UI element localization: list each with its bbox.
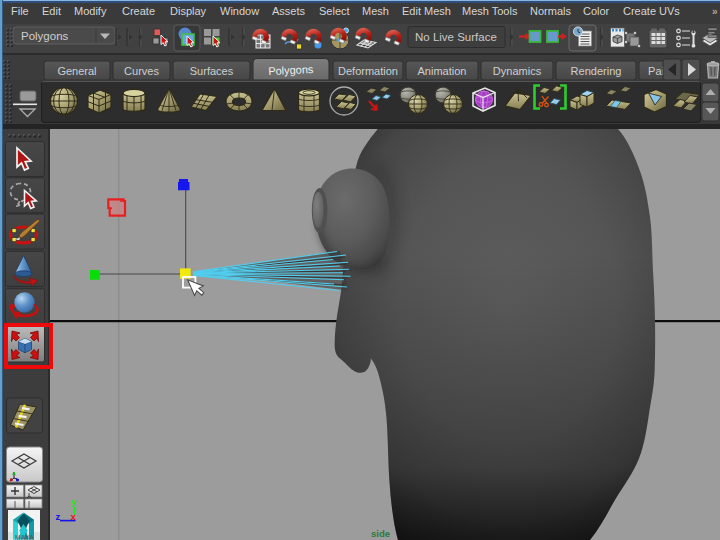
svg-text:Dynamics: Dynamics: [493, 65, 542, 77]
svg-text:Polygons: Polygons: [21, 30, 69, 42]
svg-text:Curves: Curves: [124, 65, 159, 77]
svg-text:Rendering: Rendering: [571, 65, 622, 77]
svg-text:No Live Surface: No Live Surface: [415, 31, 497, 43]
svg-text:Surfaces: Surfaces: [190, 65, 234, 77]
svg-text:Deformation: Deformation: [338, 65, 398, 77]
svg-text:Animation: Animation: [418, 65, 467, 77]
svg-text:y: y: [71, 496, 77, 507]
svg-text:MAYA: MAYA: [15, 534, 35, 540]
svg-text:General: General: [57, 65, 96, 77]
svg-text:Pai: Pai: [648, 65, 664, 77]
svg-text:z: z: [56, 511, 61, 522]
svg-text:Polygons: Polygons: [268, 63, 314, 77]
svg-text:side: side: [371, 528, 390, 539]
